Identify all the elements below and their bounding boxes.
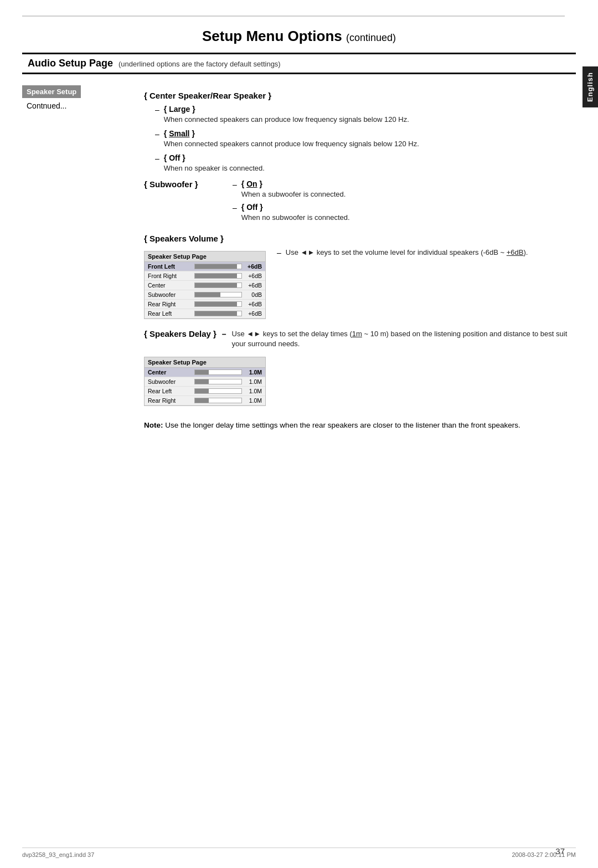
page-container: English Setup Menu Options (continued) A… bbox=[0, 0, 598, 868]
option-desc-on: When a subwoofer is connected. bbox=[241, 189, 576, 199]
continued-text: Contnued... bbox=[27, 101, 133, 110]
option-title-on: { On } bbox=[241, 179, 262, 188]
option-content-on: { On } When a subwoofer is connected. bbox=[241, 179, 576, 199]
option-block-large: – { Large } When connected speakers can … bbox=[155, 105, 576, 125]
speakers-delay-section: { Speakers Delay } – Use ◄► keys to set … bbox=[144, 329, 576, 406]
option-row-small: – { Small } When connected speakers cann… bbox=[155, 129, 576, 149]
delay-table: Speaker Setup Page Center 1.0M Subwoofer… bbox=[144, 357, 266, 406]
dash-volume: – bbox=[277, 248, 281, 257]
dash-off-sub: – bbox=[233, 203, 237, 212]
center-rear-heading: { Center Speaker/Rear Speaker } bbox=[144, 91, 576, 100]
delay-row-center: Center 1.0M bbox=[145, 368, 265, 377]
volume-table-title: Speaker Setup Page bbox=[145, 251, 265, 262]
volume-option-content: Use ◄► keys to set the volume level for … bbox=[286, 248, 576, 258]
volume-row-rearright: Rear Right +6dB bbox=[145, 300, 265, 309]
dash-small: – bbox=[155, 130, 159, 138]
delay-desc: Use ◄► keys to set the delay times (1m ~… bbox=[232, 329, 576, 349]
option-desc-large: When connected speakers can produce low … bbox=[164, 115, 576, 125]
option-row-on: – { On } When a subwoofer is connected. bbox=[233, 179, 576, 199]
volume-row-frontright: Front Right +6dB bbox=[145, 271, 265, 281]
title-continued: (continued) bbox=[346, 32, 396, 43]
volume-table: Speaker Setup Page Front Left +6dB Front… bbox=[144, 251, 266, 319]
delay-heading-label: { Speakers Delay } – bbox=[144, 329, 226, 338]
section-sub-label: (underlined options are the factory defa… bbox=[118, 60, 281, 68]
section-title-bar: Audio Setup Page (underlined options are… bbox=[22, 53, 576, 74]
page-title: Setup Menu Options (continued) bbox=[22, 22, 576, 45]
english-tab: English bbox=[582, 66, 598, 107]
option-title-small: { Small } bbox=[164, 129, 195, 138]
note-label: Note: bbox=[144, 421, 163, 429]
delay-row-rearright: Rear Right 1.0M bbox=[145, 396, 265, 405]
volume-desc: – Use ◄► keys to set the volume level fo… bbox=[277, 248, 576, 260]
note-text: Use the longer delay time settings when … bbox=[165, 421, 520, 429]
delay-table-title: Speaker Setup Page bbox=[145, 357, 265, 368]
content-area: Speaker Setup Contnued... { Center Speak… bbox=[22, 85, 576, 432]
option-title-off-sub: { Off } bbox=[241, 203, 263, 212]
option-row-off-center: – { Off } When no speaker is connected. bbox=[155, 153, 576, 173]
delay-section-row: Speaker Setup Page Center 1.0M Subwoofer… bbox=[144, 353, 576, 406]
option-title-large: { Large } bbox=[164, 105, 195, 114]
delay-row-subwoofer: Subwoofer 1.0M bbox=[145, 377, 265, 387]
option-row-off-sub: – { Off } When no subwoofer is connected… bbox=[233, 203, 576, 223]
note-block: Note: Use the longer delay time settings… bbox=[144, 419, 543, 432]
option-title-off-center: { Off } bbox=[164, 153, 185, 162]
footer-right: 2008-03-27 2:00:11 PM bbox=[512, 851, 576, 858]
dash-off-center: – bbox=[155, 154, 159, 163]
speakers-volume-heading: { Speakers Volume } bbox=[144, 234, 576, 243]
right-column: { Center Speaker/Rear Speaker } – { Larg… bbox=[133, 85, 576, 432]
speaker-setup-label: Speaker Setup bbox=[22, 85, 81, 98]
speakers-delay-heading: { Speakers Delay } bbox=[144, 329, 216, 338]
subwoofer-heading: { Subwoofer } bbox=[144, 179, 198, 189]
volume-section-row: Speaker Setup Page Front Left +6dB Front… bbox=[144, 248, 576, 319]
option-row-large: – { Large } When connected speakers can … bbox=[155, 105, 576, 125]
page-footer: dvp3258_93_eng1.indd 37 2008-03-27 2:00:… bbox=[22, 848, 576, 858]
option-desc-off-sub: When no subwoofer is connected. bbox=[241, 213, 576, 223]
volume-desc-row: – Use ◄► keys to set the volume level fo… bbox=[277, 248, 576, 258]
dash-on: – bbox=[233, 180, 237, 189]
subwoofer-row: { Subwoofer } – { On } When a subwoofer … bbox=[144, 179, 576, 225]
volume-row-subwoofer: Subwoofer 0dB bbox=[145, 290, 265, 300]
option-content-off-sub: { Off } When no subwoofer is connected. bbox=[241, 203, 576, 223]
delay-dash: – bbox=[222, 330, 226, 338]
delay-row-rearleft: Rear Left 1.0M bbox=[145, 387, 265, 396]
left-column: Speaker Setup Contnued... bbox=[22, 85, 133, 432]
title-text: Setup Menu Options bbox=[202, 28, 342, 44]
option-content-large: { Large } When connected speakers can pr… bbox=[164, 105, 576, 125]
delay-heading-row: { Speakers Delay } – Use ◄► keys to set … bbox=[144, 329, 576, 349]
option-content-off-center: { Off } When no speaker is connected. bbox=[164, 153, 576, 173]
speakers-volume-section: { Speakers Volume } Speaker Setup Page F… bbox=[144, 234, 576, 319]
option-block-off-center: – { Off } When no speaker is connected. bbox=[155, 153, 576, 173]
subwoofer-options: – { On } When a subwoofer is connected. … bbox=[233, 179, 576, 225]
option-desc-small: When connected speakers cannot produce l… bbox=[164, 139, 576, 149]
volume-row-rearleft: Rear Left +6dB bbox=[145, 309, 265, 319]
volume-row-frontleft: Front Left +6dB bbox=[145, 262, 265, 271]
option-desc-off-center: When no speaker is connected. bbox=[164, 163, 576, 173]
delay-desc-text: Use ◄► keys to set the delay times (1m ~… bbox=[232, 330, 568, 348]
dash-large: – bbox=[155, 105, 159, 114]
volume-desc-text: Use ◄► keys to set the volume level for … bbox=[286, 248, 528, 256]
footer-left: dvp3258_93_eng1.indd 37 bbox=[22, 851, 94, 858]
option-content-small: { Small } When connected speakers cannot… bbox=[164, 129, 576, 149]
top-border bbox=[22, 16, 565, 17]
volume-row-center: Center +6dB bbox=[145, 281, 265, 290]
option-block-small: – { Small } When connected speakers cann… bbox=[155, 129, 576, 149]
section-main-label: Audio Setup Page bbox=[28, 58, 113, 69]
